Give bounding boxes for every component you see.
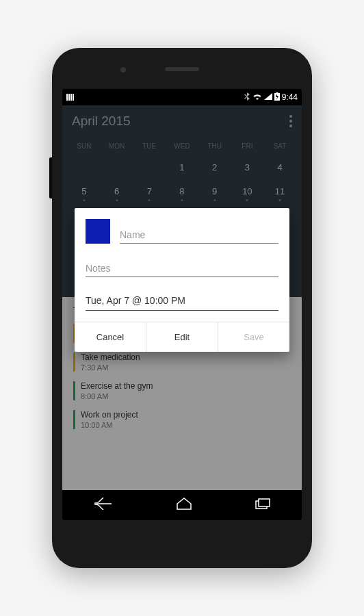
event-edit-dialog: Tue, Apr 7 @ 10:00 PM Cancel Edit Save (75, 208, 289, 352)
status-bar: 9:44 (62, 89, 302, 105)
svg-rect-3 (259, 499, 270, 506)
status-time: 9:44 (282, 92, 298, 102)
event-notes-input[interactable] (86, 260, 278, 277)
edit-button[interactable]: Edit (146, 322, 218, 352)
svg-rect-1 (276, 92, 278, 93)
wifi-icon (252, 92, 262, 102)
save-button[interactable]: Save (218, 322, 289, 352)
cellular-signal-icon (264, 92, 272, 102)
earpiece (165, 67, 199, 71)
event-name-input[interactable] (120, 227, 278, 244)
bluetooth-icon (244, 92, 250, 103)
notification-icon (66, 94, 74, 101)
event-color-swatch[interactable] (86, 219, 110, 244)
battery-icon (274, 92, 280, 103)
phone-device-frame: 9:44 April 2015 SUN MON TUE WED THU FRI … (52, 48, 312, 568)
front-camera (120, 67, 126, 73)
home-icon[interactable] (176, 498, 192, 513)
app-content: April 2015 SUN MON TUE WED THU FRI SAT - (62, 105, 302, 490)
recents-icon[interactable] (255, 498, 270, 512)
screen: 9:44 April 2015 SUN MON TUE WED THU FRI … (62, 89, 302, 520)
android-nav-bar (62, 490, 302, 520)
back-icon[interactable] (94, 498, 113, 513)
side-button (49, 157, 52, 198)
event-datetime-picker[interactable]: Tue, Apr 7 @ 10:00 PM (86, 292, 278, 311)
cancel-button[interactable]: Cancel (75, 322, 146, 352)
